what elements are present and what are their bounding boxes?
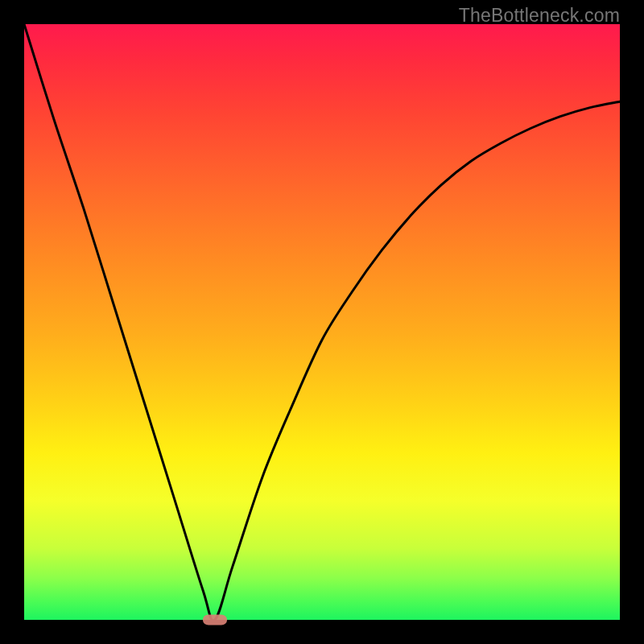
watermark-text: TheBottleneck.com: [459, 5, 620, 27]
bottleneck-curve: [24, 24, 620, 620]
plot-area: [24, 24, 620, 620]
optimal-marker: [203, 615, 227, 625]
chart-frame: TheBottleneck.com: [0, 0, 644, 644]
curve-path: [24, 24, 620, 621]
